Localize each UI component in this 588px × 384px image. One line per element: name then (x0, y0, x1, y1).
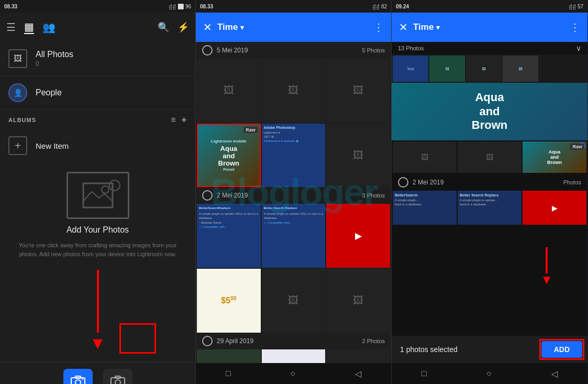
photo-grid-2mei: BetterSearchReplace A simple plugin to u… (196, 204, 391, 332)
sort-icon[interactable]: ≡ (171, 115, 176, 125)
photo-cell-aqua[interactable]: Lightroom mobile AquaandBrown Preset Raw (197, 124, 261, 188)
menu-icon[interactable]: ☰ (6, 21, 16, 34)
camera-button[interactable] (103, 369, 132, 385)
svg-point-7 (115, 380, 120, 385)
thumb-r2-3[interactable]: AquaandBrown ✓ Raw (523, 141, 586, 173)
thumb-3[interactable]: 🖼 (466, 56, 502, 82)
thumb-r2-1[interactable]: 🖼 (393, 141, 457, 173)
photo-cell[interactable]: 🖼 (262, 59, 326, 123)
people-nav-icon[interactable]: 👥 (42, 21, 56, 34)
photos-nav-icon[interactable]: ▦ (24, 20, 34, 34)
section-date-2mei-3: 2 Mei 2019 (413, 179, 443, 186)
people-label: People (36, 88, 62, 97)
ocean-image[interactable]: AquaandBrown (392, 83, 587, 140)
section-check-29apr[interactable] (202, 336, 213, 346)
scroll-content-3: Text 🖼 🖼 🖼 AquaandBrown 🖼 🖼 (392, 54, 587, 336)
landscape-icon (82, 182, 114, 209)
people-icon: 👤 (8, 83, 27, 102)
section-check-2mei-3[interactable] (398, 177, 408, 188)
red-arrow-shaft-1 (97, 270, 99, 333)
svg-point-1 (102, 186, 109, 193)
time-3: 09.24 (396, 4, 409, 9)
photo-cell-blue[interactable]: Adobe Photoshop Lightroom ▸ GET ⊞ Parame… (262, 124, 326, 188)
battery-1: 96 (185, 4, 191, 9)
more-button-3[interactable]: ⋮ (570, 21, 580, 34)
all-photos-item[interactable]: 🖼 All Photos 0 (0, 42, 195, 76)
circle-nav-icon-3[interactable]: ○ (486, 369, 492, 378)
bg-cell-1[interactable]: BetterSearch A simple plugin... back in … (393, 191, 457, 225)
photo-cell-empty[interactable]: 🖼 (326, 349, 390, 363)
photo-cell[interactable]: 🖼 (326, 59, 390, 123)
add-button[interactable]: ADD (541, 341, 582, 358)
thumb-2[interactable]: 🖼 (429, 56, 465, 82)
photo-cell-text3[interactable]: 🖼 (326, 269, 390, 333)
new-item[interactable]: + New Item (0, 130, 195, 161)
photo-cell[interactable]: 🖼 (197, 59, 261, 123)
scroll-content-2: 5 Mei 2019 5 Photos 🖼 🖼 🖼 Lightroom mobi… (196, 42, 391, 363)
photo-cell-camera[interactable]: 📷 (197, 349, 261, 363)
bottom-actions-1: + (0, 362, 195, 384)
more-button-2[interactable]: ⋮ (373, 21, 384, 34)
albums-header: ALBUMS ≡ + (0, 110, 195, 130)
bg-cell-3[interactable]: ▶ (523, 191, 586, 225)
search-nav-icon[interactable]: 🔍 (158, 21, 169, 33)
sync-nav-icon[interactable]: ⚡ (177, 21, 189, 33)
home-nav-icon-3[interactable]: □ (421, 369, 427, 378)
status-bar-3: 09.24 ⣾⣾ 57 (392, 0, 587, 13)
people-item[interactable]: 👤 People (0, 76, 195, 110)
photo-cell-price[interactable]: $500 (197, 269, 261, 333)
panel-time: 08.33 ⣾⣾ 82 ✕ Time ▾ ⋮ 5 Mei 2019 5 Phot… (196, 0, 392, 384)
status-icons-3: ⣾⣾ 57 (569, 4, 583, 9)
signal-icon-2: ⣾⣾ (372, 4, 380, 9)
close-button-3[interactable]: ✕ (399, 21, 408, 34)
all-photos-label: All Photos (36, 50, 73, 59)
battery-3: 57 (578, 4, 583, 9)
expand-icon[interactable]: ∨ (576, 44, 581, 52)
photo-cell-text2[interactable]: 🖼 (262, 269, 326, 333)
photo-grid-29apr: 📷 87 🖼 (196, 349, 391, 363)
photos-count: 13 Photos (398, 45, 424, 51)
home-nav-icon-2[interactable]: □ (226, 369, 231, 378)
status-icons-2: ⣾⣾ 82 (372, 4, 387, 9)
time-1: 08.33 (4, 4, 17, 9)
nav-bar-1: ☰ ▦ 👥 🔍 ⚡ (0, 13, 195, 42)
thumb-4[interactable]: 🖼 (503, 56, 538, 82)
photo-cell-youtube[interactable]: ▶ (326, 204, 390, 268)
photo-cell-text[interactable]: BetterSearchReplace A simple plugin to u… (197, 204, 261, 268)
photo-cell-number[interactable]: 87 (262, 349, 326, 363)
all-photos-icon: 🖼 (8, 49, 27, 68)
red-box-add: ADD (539, 339, 584, 360)
photo-cell-form[interactable]: Better Search Replace A simple plugin to… (262, 204, 326, 268)
status-bar-2: 08.33 ⣾⣾ 82 (196, 0, 391, 13)
empty-title: Add Your Photos (66, 225, 129, 235)
back-nav-icon-3[interactable]: ◁ (551, 369, 558, 379)
thumb-r2-2[interactable]: 🖼 (458, 141, 522, 173)
blue-header-3: ✕ Time ▾ ⋮ (392, 13, 587, 42)
selection-count: 1 photos selected (400, 345, 532, 354)
thumb-1[interactable]: Text (393, 56, 428, 82)
photo-grid-5mei: 🖼 🖼 🖼 Lightroom mobile AquaandBrown Pres… (196, 59, 391, 187)
back-nav-icon-2[interactable]: ◁ (355, 369, 361, 379)
battery-icon-1: ⬜ (177, 4, 184, 9)
section-check-2mei[interactable] (202, 190, 213, 201)
empty-desc: You're one click away from crafting amaz… (10, 241, 185, 258)
section-date-5mei: 5 Mei 2019 (217, 47, 248, 54)
header-title-3: Time ▾ (413, 22, 564, 32)
section-29apr: 29 April 2019 2 Photos (196, 333, 391, 349)
bg-cell-2[interactable]: Better Search Replace A simple plugin to… (458, 191, 522, 225)
empty-photo-frame (66, 172, 129, 219)
circle-nav-icon-2[interactable]: ○ (290, 369, 295, 378)
signal-icon-3: ⣾⣾ (569, 4, 576, 9)
signal-icon-1: ⣾⣾ (169, 4, 176, 9)
status-bar-1: 08.33 ⣾⣾ ⬜ 96 (0, 0, 195, 13)
section-check-5mei[interactable] (202, 45, 213, 56)
photo-cell-dark[interactable]: 🖼 (326, 124, 390, 188)
photos-count-bar: 13 Photos ∨ (392, 42, 587, 54)
bottom-grid-3: BetterSearch A simple plugin... back in … (392, 191, 587, 226)
panel-lightroom: 08.33 ⣾⣾ ⬜ 96 ☰ ▦ 👥 🔍 ⚡ 🖼 All Photos 0 👤… (0, 0, 196, 384)
section-count-2mei-3: Photos (563, 179, 581, 185)
add-album-icon[interactable]: + (182, 115, 187, 125)
close-button-2[interactable]: ✕ (203, 21, 212, 34)
add-photos-button[interactable]: + (63, 369, 93, 385)
bottom-nav-3: □ ○ ◁ (392, 363, 587, 384)
